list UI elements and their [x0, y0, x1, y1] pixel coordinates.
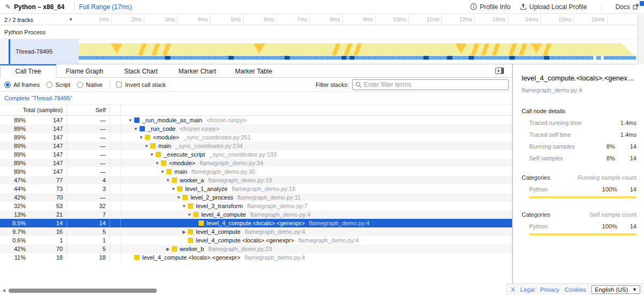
ruler-tick-label: 15ms: [541, 14, 574, 25]
thread-activity-graph[interactable]: [79, 39, 638, 64]
tab-call-tree[interactable]: Call Tree: [0, 64, 56, 78]
function-location: _sync_coordinator.py:234: [175, 143, 243, 149]
thread-track-label[interactable]: Thread-78495: [10, 39, 79, 64]
table-row[interactable]: 89%147—▼main_sync_coordinator.py:234: [0, 142, 512, 150]
function-name: level_3_transform: [196, 203, 243, 209]
tracks-visibility-dropdown[interactable]: 2 / 2 tracks ▼: [0, 14, 78, 25]
table-row[interactable]: 89%147—▼<module>_sync_coordinator.py:251: [0, 133, 512, 142]
call-node-sidebar: level_4_compute.<locals>.<genexpr> flame…: [513, 64, 644, 283]
function-name: worker_b: [180, 246, 204, 252]
expand-twisty-icon[interactable]: ▼: [159, 169, 166, 174]
cpu-usage-graph: [79, 39, 638, 64]
ruler-tick-label: 9ms: [343, 14, 376, 25]
tab-stack-chart[interactable]: Stack Chart: [113, 64, 169, 77]
ruler-tick-label: 16ms: [574, 14, 608, 25]
column-header-self[interactable]: Self: [67, 105, 110, 115]
function-name: <module>: [153, 134, 179, 141]
scroll-left-arrow-icon[interactable]: ◀: [2, 289, 5, 293]
x-social-link[interactable]: X: [511, 286, 515, 293]
table-row[interactable]: 8.5%1414level_4_compute.<locals>.<genexp…: [0, 219, 512, 227]
function-name: level_4_compute.<locals>.<genexpr>: [142, 254, 240, 261]
tab-marker-chart[interactable]: Marker Chart: [169, 64, 225, 77]
table-row[interactable]: 42%70—▼level_2_processflamegraph_demo.py…: [0, 193, 512, 202]
call-node-details-rows: Traced running time1.4msTraced self time…: [522, 120, 636, 161]
expand-twisty-icon[interactable]: ▶: [180, 230, 188, 234]
search-icon: [355, 82, 362, 88]
expand-twisty-icon[interactable]: ▼: [186, 212, 193, 217]
ruler-tick-label: 8ms: [310, 14, 343, 25]
radio-script[interactable]: Script: [46, 82, 70, 88]
footer-link-cookies[interactable]: Cookies: [565, 286, 586, 293]
horizontal-scrollbar[interactable]: ◀: [0, 287, 510, 294]
expand-twisty-icon[interactable]: ▼: [153, 161, 161, 166]
edit-profile-name-icon[interactable]: ✎: [5, 3, 11, 11]
function-location: flamegraph_demo.py:11: [238, 194, 301, 201]
profile-info-button[interactable]: Profile Info: [470, 3, 510, 11]
table-row[interactable]: 89%147—▼_run_module_as_main<frozen runpy…: [0, 116, 512, 124]
function-name: _run_code: [148, 126, 175, 132]
function-name: level_2_process: [191, 194, 233, 201]
table-row[interactable]: 32%5332▼level_3_transformflamegraph_demo…: [0, 202, 512, 210]
radio-button-icon: [4, 82, 11, 88]
category-bar: [529, 233, 636, 235]
thread-track[interactable]: Thread-78495: [0, 39, 638, 64]
function-name: level_4_compute: [201, 211, 246, 218]
ruler-tick-label: 1ms: [78, 14, 112, 25]
expand-twisty-icon[interactable]: ▼: [143, 144, 150, 149]
upload-profile-button[interactable]: Upload Local Profile: [520, 3, 587, 11]
expand-twisty-icon[interactable]: ▼: [137, 135, 145, 140]
upload-profile-label: Upload Local Profile: [529, 3, 587, 11]
expand-twisty-icon[interactable]: ▶: [164, 247, 172, 252]
expand-twisty-icon[interactable]: ▼: [175, 195, 182, 200]
footer-link-legal[interactable]: Legal: [520, 286, 535, 293]
external-link-icon: [633, 4, 639, 10]
sidebar-toggle-button[interactable]: [495, 67, 504, 75]
function-location: flamegraph_demo.py:30: [192, 168, 255, 175]
scrollbar-thumb[interactable]: [9, 289, 157, 293]
category-color-square: [172, 178, 177, 183]
full-range-link[interactable]: Full Range (17ms): [79, 3, 132, 11]
chevron-down-icon: ▼: [632, 287, 637, 292]
timeline-ruler: 1ms2ms3ms4ms5ms6ms7ms8ms9ms10ms11ms12ms1…: [78, 14, 638, 25]
function-location: flamegraph_demo.py:4: [250, 211, 311, 218]
expand-twisty-icon[interactable]: ▼: [170, 187, 177, 191]
process-track-header[interactable]: Python Process: [0, 26, 638, 39]
category-color-square: [166, 169, 172, 174]
language-select[interactable]: English (US) ▼: [591, 285, 640, 294]
expand-twisty-icon[interactable]: ▼: [148, 152, 156, 157]
table-row[interactable]: 47%774▼worker_aflamegraph_demo.py:19: [0, 176, 512, 185]
tab-flame-graph[interactable]: Flame Graph: [56, 64, 113, 77]
invert-call-stack-checkbox[interactable]: Invert call stack: [116, 82, 166, 88]
table-row[interactable]: 89%147—▼_execute_script_sync_coordinator…: [0, 150, 512, 159]
divider: [601, 3, 602, 11]
table-row[interactable]: 9.7%165▶level_4_computeflamegraph_demo.p…: [0, 227, 512, 236]
category-color-square: [134, 255, 140, 260]
table-row[interactable]: 89%147—▼_run_code<frozen runpy>: [0, 124, 512, 133]
table-row[interactable]: 11%1818level_4_compute.<locals>.<genexpr…: [0, 253, 512, 262]
filter-stacks-input[interactable]: [364, 81, 506, 88]
category-color-square: [188, 203, 193, 209]
function-name: <module>: [169, 160, 195, 166]
category-color-square: [193, 212, 199, 217]
tab-marker-table[interactable]: Marker Table: [225, 64, 282, 77]
expand-twisty-icon[interactable]: ▼: [132, 127, 140, 131]
radio-native[interactable]: Native: [77, 82, 103, 88]
table-row[interactable]: 89%147—▼mainflamegraph_demo.py:30: [0, 167, 512, 176]
table-row[interactable]: 42%705▶worker_bflamegraph_demo.py:23: [0, 245, 512, 253]
docs-link[interactable]: Docs: [616, 3, 639, 11]
radio-all-frames[interactable]: All frames: [4, 82, 40, 88]
table-row[interactable]: 13%217▼level_4_computeflamegraph_demo.py…: [0, 210, 512, 219]
expand-twisty-icon[interactable]: ▼: [180, 204, 188, 209]
firefox-profiler-app: ✎ Python – x86_64 Full Range (17ms) Prof…: [0, 0, 644, 295]
table-row[interactable]: 0.6%11level_4_compute.<locals>.<genexpr>…: [0, 236, 512, 245]
expand-twisty-icon[interactable]: ▼: [127, 118, 134, 123]
table-row[interactable]: 89%147—▼<module>flamegraph_demo.py:34: [0, 159, 512, 167]
footer-link-privacy[interactable]: Privacy: [540, 286, 559, 293]
table-row[interactable]: 44%733▼level_1_analyzeflamegraph_demo.py…: [0, 185, 512, 193]
footer-bar: X LegalPrivacyCookies English (US) ▼: [507, 283, 644, 295]
categories-header: CategoriesSelf sample count: [522, 211, 636, 218]
expand-twisty-icon[interactable]: ▼: [164, 178, 172, 183]
calltree-root-breadcrumb[interactable]: Complete “Thread-78495”: [0, 92, 512, 105]
column-header-total[interactable]: Total (samples): [0, 105, 67, 115]
tracks-vertical-scrollbar[interactable]: [638, 14, 644, 64]
